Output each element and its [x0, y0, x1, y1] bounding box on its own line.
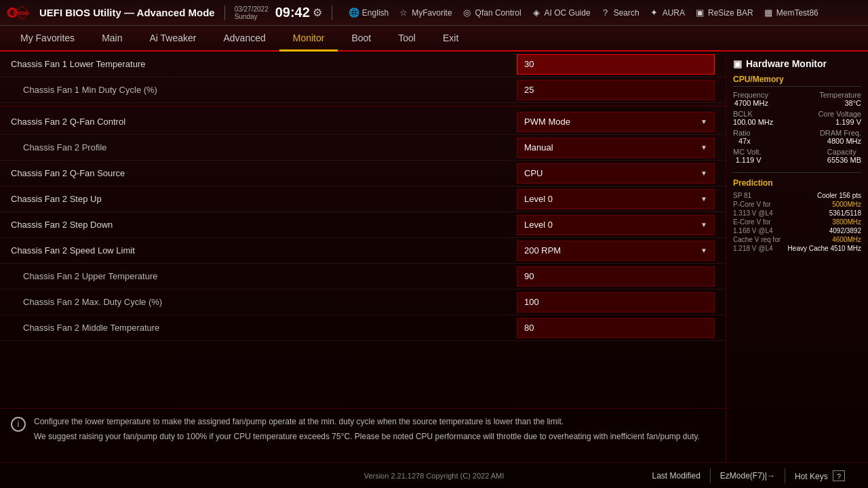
setting-row-cf2-qfan: Chassis Fan 2 Q-Fan ControlPWM Mode▼	[0, 109, 726, 135]
nav-bar: My FavoritesMainAi TweakerAdvancedMonito…	[0, 26, 868, 52]
bios-title: UEFI BIOS Utility — Advanced Mode	[39, 7, 215, 18]
sidebar-label: BCLK	[733, 110, 773, 118]
aura-icon: ✦	[649, 7, 660, 18]
setting-dropdown-cf2-stepup[interactable]: Level 0▼	[517, 189, 715, 209]
nav-item-aitweaker[interactable]: Ai Tweaker	[136, 26, 210, 52]
setting-label-cf2-upper-temp: Chassis Fan 2 Upper Temperature	[11, 271, 517, 281]
header-tool-myfavorite[interactable]: ☆MyFavorite	[398, 7, 452, 18]
header-tool-memtest[interactable]: ▦MemTest86	[763, 7, 818, 18]
header-divider	[224, 5, 225, 20]
svg-text:ROG: ROG	[18, 9, 29, 16]
nav-item-tool[interactable]: Tool	[384, 26, 429, 52]
setting-label-cf2-speed-limit: Chassis Fan 2 Speed Low Limit	[11, 245, 517, 256]
pred-rows: SP 81Cooler 156 ptsP-Core V for5000MHz1.…	[733, 192, 861, 252]
setting-dropdown-cf2-stepdown[interactable]: Level 0▼	[517, 215, 715, 235]
asus-rog-logo: ROG	[7, 3, 34, 22]
setting-label-cf2-max-duty: Chassis Fan 2 Max. Duty Cycle (%)	[11, 297, 517, 307]
dropdown-arrow: ▼	[701, 169, 707, 177]
header-tool-search[interactable]: ?Search	[600, 7, 639, 18]
content-column: Chassis Fan 1 Lower Temperature30Chassis…	[0, 52, 726, 462]
gear-icon[interactable]: ⚙	[313, 6, 322, 19]
last-modified-button[interactable]: Last Modified	[642, 468, 710, 483]
sidebar-value: 47x	[733, 137, 751, 145]
nav-item-exit[interactable]: Exit	[429, 26, 472, 52]
nav-item-favorites[interactable]: My Favorites	[7, 26, 88, 52]
setting-label-cf2-qfan: Chassis Fan 2 Q-Fan Control	[11, 117, 517, 127]
setting-dropdown-cf2-profile[interactable]: Manual▼	[517, 138, 715, 158]
setting-value-cf2-max-duty[interactable]: 100	[517, 292, 715, 312]
setting-label-cf1-lower-temp: Chassis Fan 1 Lower Temperature	[11, 59, 517, 69]
sidebar-label: MC Volt.	[733, 148, 762, 156]
sidebar-rows: Frequency 4700 MHz Temperature 38°C BCLK…	[733, 91, 861, 164]
main-layout: Chassis Fan 1 Lower Temperature30Chassis…	[0, 52, 868, 462]
setting-row-cf2-profile: Chassis Fan 2 ProfileManual▼	[0, 135, 726, 161]
sidebar-pair: Frequency 4700 MHz Temperature 38°C	[733, 91, 861, 107]
header-tool-aura[interactable]: ✦AURA	[649, 7, 685, 18]
sidebar-value: 1.119 V	[733, 156, 762, 164]
help-icon: ?	[833, 470, 845, 481]
setting-row-cf2-stepup: Chassis Fan 2 Step UpLevel 0▼	[0, 186, 726, 212]
setting-value-cf1-min-duty[interactable]: 25	[517, 80, 715, 100]
header-date-area: 03/27/2022 Sunday	[235, 5, 269, 20]
memtest-icon: ▦	[763, 7, 774, 18]
sidebar-value: 4800 MHz	[820, 137, 861, 145]
monitor-icon: ▣	[733, 58, 742, 69]
info-text-line1: Configure the lower temperature to make …	[34, 415, 700, 428]
setting-row-cf2-source: Chassis Fan 2 Q-Fan SourceCPU▼	[0, 161, 726, 186]
sidebar-pair: Ratio 47x DRAM Freq. 4800 MHz	[733, 129, 861, 145]
header-date: 03/27/2022	[235, 5, 269, 13]
header-divider-2	[332, 5, 332, 20]
sidebar-value: 65536 MB	[827, 156, 861, 164]
setting-value-cf2-mid-temp[interactable]: 80	[517, 318, 715, 338]
header-tool-resizebar[interactable]: ▣ReSize BAR	[694, 7, 753, 18]
resizebar-icon: ▣	[694, 7, 705, 18]
sidebar-pair: MC Volt. 1.119 V Capacity 65536 MB	[733, 148, 861, 164]
setting-dropdown-cf2-qfan[interactable]: PWM Mode▼	[517, 112, 715, 132]
setting-label-cf2-source: Chassis Fan 2 Q-Fan Source	[11, 168, 517, 178]
qfan-icon: ◎	[462, 7, 473, 18]
nav-item-advanced[interactable]: Advanced	[210, 26, 279, 52]
header-time-area: 09:42 ⚙	[275, 5, 322, 20]
dropdown-arrow: ▼	[701, 118, 707, 125]
pred-row: E-Core V for3800MHz	[733, 218, 861, 226]
dropdown-arrow: ▼	[701, 195, 707, 203]
setting-value-cf1-lower-temp[interactable]: 30	[517, 54, 715, 75]
header: ROG UEFI BIOS Utility — Advanced Mode 03…	[0, 0, 868, 26]
info-text: Configure the lower temperature to make …	[34, 415, 700, 443]
sidebar-divider	[733, 172, 861, 173]
setting-dropdown-cf2-source[interactable]: CPU▼	[517, 163, 715, 184]
ezmode-button[interactable]: EzMode(F7)|→	[711, 468, 785, 483]
setting-label-cf2-stepup: Chassis Fan 2 Step Up	[11, 194, 517, 204]
header-tool-qfan[interactable]: ◎Qfan Control	[462, 7, 521, 18]
sidebar-label: DRAM Freq.	[820, 129, 861, 137]
header-day: Sunday	[235, 13, 269, 20]
sidebar-value: 100.00 MHz	[733, 118, 773, 126]
nav-item-monitor[interactable]: Monitor	[279, 26, 338, 52]
sidebar-pair: BCLK 100.00 MHz Core Voltage 1.199 V	[733, 110, 861, 126]
sidebar-label: Ratio	[733, 129, 751, 137]
pred-row: 1.168 V @L44092/3892	[733, 227, 861, 235]
setting-row-cf2-stepdown: Chassis Fan 2 Step DownLevel 0▼	[0, 212, 726, 238]
footer-version: Version 2.21.1278 Copyright (C) 2022 AMI	[364, 472, 505, 480]
header-tool-aioc[interactable]: ◈AI OC Guide	[531, 7, 591, 18]
setting-dropdown-cf2-speed-limit[interactable]: 200 RPM▼	[517, 241, 715, 261]
sidebar-label: Frequency	[733, 91, 768, 99]
sidebar-label: Core Voltage	[818, 110, 861, 118]
footer-right: Last Modified EzMode(F7)|→ Hot Keys ?	[642, 468, 854, 484]
nav-item-boot[interactable]: Boot	[338, 26, 384, 52]
hot-keys-button[interactable]: Hot Keys ?	[785, 468, 854, 484]
setting-row-cf2-speed-limit: Chassis Fan 2 Speed Low Limit200 RPM▼	[0, 238, 726, 264]
cpu-memory-section: CPU/Memory Frequency 4700 MHz Temperatur…	[733, 75, 861, 164]
header-time: 09:42	[275, 5, 310, 20]
sidebar-value: 4700 MHz	[733, 99, 768, 107]
nav-item-main[interactable]: Main	[88, 26, 136, 52]
footer: Version 2.21.1278 Copyright (C) 2022 AMI…	[0, 462, 868, 488]
sidebar-value: 1.199 V	[818, 118, 861, 126]
content-area: Chassis Fan 1 Lower Temperature30Chassis…	[0, 52, 726, 408]
setting-row-cf2-mid-temp: Chassis Fan 2 Middle Temperature80	[0, 315, 726, 341]
setting-value-cf2-upper-temp[interactable]: 90	[517, 266, 715, 287]
dropdown-arrow: ▼	[701, 144, 707, 151]
setting-row-cf1-min-duty: Chassis Fan 1 Min Duty Cycle (%)25	[0, 77, 726, 103]
setting-label-cf2-profile: Chassis Fan 2 Profile	[11, 142, 517, 152]
header-tool-language[interactable]: 🌐English	[349, 7, 389, 18]
